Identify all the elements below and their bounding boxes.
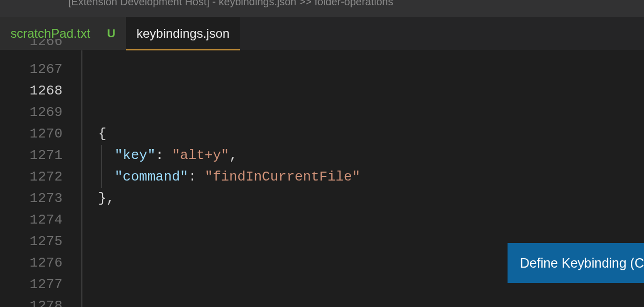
line-number: 1276 xyxy=(0,252,62,274)
line-number: 1267 xyxy=(0,59,62,80)
line-number: 1278 xyxy=(0,295,62,307)
code-line xyxy=(83,59,644,80)
line-number-current: 1268 xyxy=(0,80,62,102)
comma: , xyxy=(107,190,115,206)
line-number: 1274 xyxy=(0,209,62,231)
tab-status-badge: U xyxy=(107,27,115,40)
brace-close: } xyxy=(98,190,107,206)
code-line xyxy=(83,102,644,123)
brace-open: { xyxy=(98,126,107,142)
indent-guide xyxy=(101,145,102,166)
tab-keybindings[interactable]: keybindings.json xyxy=(126,17,240,50)
line-number-gutter: 1266 1267 1268 1269 1270 1271 1272 1273 … xyxy=(0,50,81,307)
json-string: "findInCurrentFile" xyxy=(205,169,360,185)
title-bar: [Extension Development Host] - keybindin… xyxy=(0,0,644,17)
json-string: "alt+y" xyxy=(172,147,229,163)
comma: , xyxy=(229,147,238,163)
line-number: 1272 xyxy=(0,166,62,188)
code-line: }, xyxy=(83,188,644,209)
json-key: "command" xyxy=(114,169,188,185)
indent-guide xyxy=(101,166,102,188)
tab-label: keybindings.json xyxy=(136,26,229,41)
define-keybinding-button[interactable]: Define Keybinding (C xyxy=(508,243,644,283)
colon: : xyxy=(155,147,172,163)
button-label: Define Keybinding (C xyxy=(520,256,644,271)
line-number: 1275 xyxy=(0,231,62,252)
line-number: 1266 xyxy=(0,39,62,47)
line-number: 1273 xyxy=(0,188,62,209)
json-key: "key" xyxy=(114,147,155,163)
line-number: 1277 xyxy=(0,274,62,295)
code-line: "command": "findInCurrentFile" xyxy=(83,166,644,188)
window-title: [Extension Development Host] - keybindin… xyxy=(68,0,393,8)
line-number: 1271 xyxy=(0,145,62,166)
tab-bar: scratchPad.txt U keybindings.json xyxy=(0,17,644,50)
code-line xyxy=(83,50,644,59)
code-line: { xyxy=(83,123,644,145)
colon: : xyxy=(188,169,205,185)
code-line xyxy=(83,209,644,231)
code-line xyxy=(83,295,644,307)
code-line xyxy=(83,80,644,102)
code-line: "key": "alt+y", xyxy=(83,145,644,166)
line-number: 1269 xyxy=(0,102,62,123)
line-number: 1270 xyxy=(0,123,62,145)
